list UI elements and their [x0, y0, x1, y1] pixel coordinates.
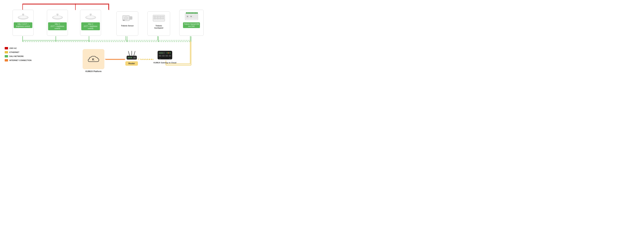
device-light2: DALI 2(CCT + brightness control): [47, 10, 68, 36]
svg-rect-98: [169, 55, 171, 57]
svg-rect-68: [188, 13, 189, 14]
svg-rect-99: [159, 58, 161, 59]
svg-rect-53: [130, 17, 132, 20]
svg-point-94: [170, 52, 170, 53]
legend-label-230v: 230V AC: [10, 47, 17, 49]
svg-point-39: [19, 16, 27, 18]
svg-rect-64: [159, 18, 162, 19]
svg-point-92: [166, 52, 168, 53]
sensor-icon: [121, 13, 134, 23]
svg-point-78: [187, 16, 188, 17]
scenecom-icon: [185, 11, 198, 21]
svg-point-44: [53, 16, 62, 18]
ceiling-light-icon3: [84, 11, 97, 21]
svg-point-55: [125, 18, 127, 19]
router-label: Router: [125, 61, 138, 66]
legend-item-dali: DALI NETWORK: [5, 55, 32, 57]
svg-point-87: [131, 57, 132, 58]
svg-line-81: [128, 51, 130, 55]
svg-rect-88: [134, 57, 136, 58]
legend-item-230v: 230V AC: [5, 47, 32, 49]
kumux-platform-container: K KUMUX Platform: [82, 49, 104, 73]
legend-item-ethernet: ETHERNET: [5, 51, 32, 53]
svg-point-49: [86, 16, 95, 18]
svg-rect-71: [192, 13, 193, 14]
device-label-touchpanel: Tridonictouchpanel: [153, 24, 164, 30]
svg-rect-67: [186, 13, 187, 14]
svg-rect-73: [195, 13, 196, 14]
kumux-platform-label: KUMUX Platform: [86, 70, 102, 73]
svg-point-93: [168, 52, 169, 53]
svg-rect-62: [154, 18, 156, 19]
svg-rect-45: [56, 14, 58, 15]
device-touchpanel: Tridonictouchpanel: [148, 12, 170, 36]
svg-line-83: [134, 51, 135, 55]
gateway-container: KUMUX KUMUX Gateway to Cloud: [154, 50, 176, 64]
legend-label-internet: INTERNET CONNECTION: [10, 59, 32, 61]
svg-rect-59: [156, 16, 159, 17]
svg-rect-56: [123, 20, 124, 21]
device-scenecom: Tridonic SceneCOMevo DA2: [179, 10, 204, 36]
svg-rect-95: [159, 55, 162, 57]
legend: 230V AC ETHERNET DALI NETWORK INTERNET C…: [5, 47, 32, 61]
svg-rect-60: [159, 16, 162, 17]
legend-item-internet: INTERNET CONNECTION: [5, 59, 32, 61]
device-light3: DALI 2(CCT + brightness control): [80, 10, 101, 36]
svg-rect-69: [189, 13, 190, 14]
device-label-light1: DALI 2 (CCT + brightness control): [14, 22, 32, 28]
device-label-scenecom: Tridonic SceneCOMevo DA2: [183, 22, 200, 28]
svg-rect-72: [194, 13, 194, 14]
ceiling-light-icon2: [51, 11, 64, 21]
svg-point-86: [129, 57, 130, 58]
touchpanel-icon: [152, 13, 166, 23]
legend-label-dali: DALI NETWORK: [10, 55, 24, 57]
svg-text:KUMUX: KUMUX: [159, 52, 164, 54]
svg-rect-96: [162, 55, 165, 57]
svg-point-79: [190, 16, 192, 17]
legend-swatch-dali: [5, 55, 8, 57]
svg-rect-70: [190, 13, 192, 14]
legend-label-ethernet: ETHERNET: [10, 51, 19, 53]
device-sensor: Tridonic Sensor: [116, 12, 138, 36]
svg-text:K: K: [92, 58, 94, 61]
router-icon: [125, 50, 138, 61]
svg-rect-97: [166, 55, 168, 57]
svg-rect-100: [169, 58, 171, 59]
svg-point-85: [128, 57, 129, 58]
gateway-label: KUMUX Gateway to Cloud: [154, 61, 176, 64]
device-label-light2: DALI 2(CCT + brightness control): [48, 22, 67, 30]
svg-rect-40: [22, 14, 24, 15]
svg-rect-61: [162, 16, 164, 17]
router-container: Router: [125, 50, 138, 66]
svg-rect-74: [196, 13, 198, 14]
kumux-platform-box: K: [82, 49, 104, 69]
svg-rect-65: [162, 18, 164, 19]
svg-rect-58: [154, 16, 156, 17]
svg-rect-50: [90, 14, 92, 15]
legend-swatch-230v: [5, 47, 8, 49]
svg-rect-63: [156, 18, 159, 19]
gateway-icon: KUMUX: [157, 50, 172, 60]
ceiling-light-icon1: [16, 11, 30, 21]
device-label-light3: DALI 2(CCT + brightness control): [81, 22, 100, 30]
legend-swatch-ethernet: [5, 51, 8, 53]
device-label-sensor: Tridonic Sensor: [120, 24, 135, 28]
svg-rect-77: [193, 14, 197, 19]
diagram-container: DALI 2 (CCT + brightness control) DALI 2…: [0, 0, 214, 78]
legend-swatch-internet: [5, 59, 8, 61]
device-light1: DALI 2 (CCT + brightness control): [12, 10, 34, 36]
